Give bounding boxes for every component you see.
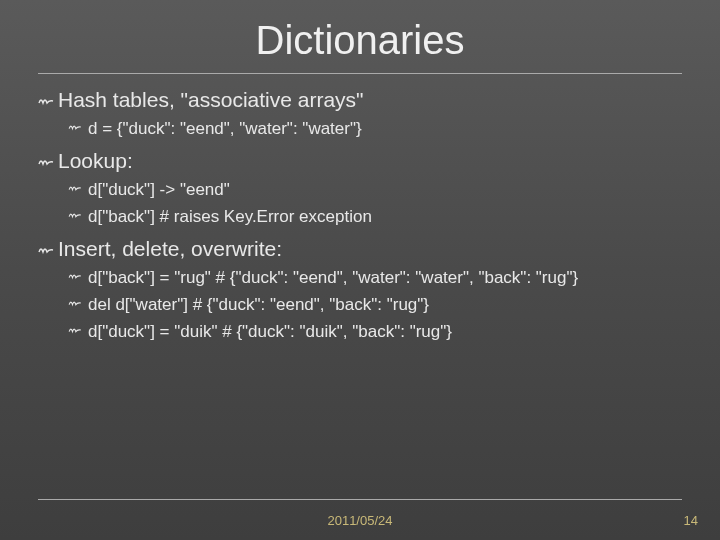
- slide-title: Dictionaries: [38, 18, 682, 63]
- bullet-text: d["duck"] = "duik" # {"duck": "duik", "b…: [88, 321, 682, 344]
- title-divider: [38, 73, 682, 74]
- bullet-text: Lookup:: [58, 149, 682, 173]
- bullet-lookup: Lookup:: [38, 149, 682, 173]
- bullet-text: Insert, delete, overwrite:: [58, 237, 682, 261]
- footer-date: 2011/05/24: [0, 513, 720, 528]
- bullet-icon: [68, 271, 84, 283]
- bullet-icon: [68, 298, 84, 310]
- bullet-lookup-back: d["back"] # raises Key.Error exception: [68, 206, 682, 229]
- bullet-icon: [38, 244, 54, 256]
- bullet-dict-literal: d = {"duck": "eend", "water": "water"}: [68, 118, 682, 141]
- bullet-icon: [38, 156, 54, 168]
- bullet-text: del d["water"] # {"duck": "eend", "back"…: [88, 294, 682, 317]
- bullet-insert-delete: Insert, delete, overwrite:: [38, 237, 682, 261]
- bullet-icon: [68, 210, 84, 222]
- bullet-icon: [38, 95, 54, 107]
- bullet-text: d["back"] # raises Key.Error exception: [88, 206, 682, 229]
- bullet-insert-back: d["back"] = "rug" # {"duck": "eend", "wa…: [68, 267, 682, 290]
- bullet-hash-tables: Hash tables, "associative arrays": [38, 88, 682, 112]
- bullet-icon: [68, 122, 84, 134]
- bullet-text: d["duck"] -> "eend": [88, 179, 682, 202]
- bullet-text: d = {"duck": "eend", "water": "water"}: [88, 118, 682, 141]
- bullet-icon: [68, 325, 84, 337]
- bullet-lookup-duck: d["duck"] -> "eend": [68, 179, 682, 202]
- bullet-text: Hash tables, "associative arrays": [58, 88, 682, 112]
- slide-number: 14: [684, 513, 698, 528]
- bullet-overwrite-duck: d["duck"] = "duik" # {"duck": "duik", "b…: [68, 321, 682, 344]
- bullet-text: d["back"] = "rug" # {"duck": "eend", "wa…: [88, 267, 682, 290]
- slide-content: Dictionaries Hash tables, "associative a…: [0, 0, 720, 344]
- footer-divider: [38, 499, 682, 500]
- bullet-del-water: del d["water"] # {"duck": "eend", "back"…: [68, 294, 682, 317]
- bullet-icon: [68, 183, 84, 195]
